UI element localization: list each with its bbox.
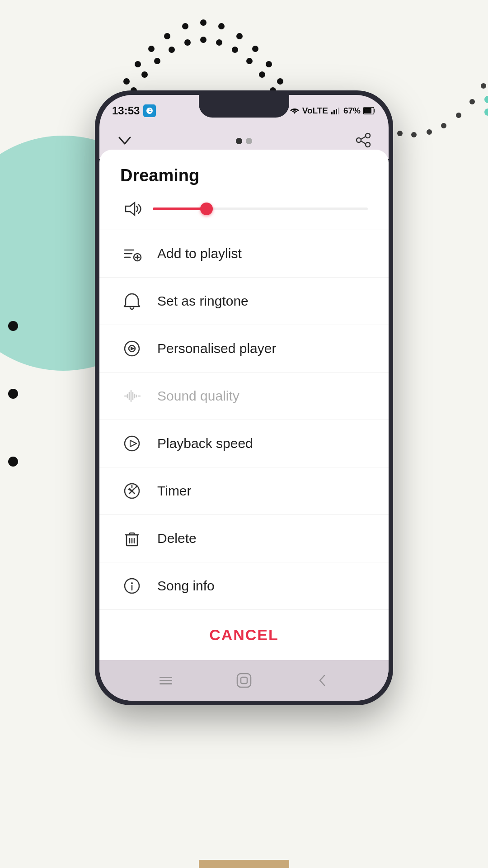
svg-point-25 (259, 71, 265, 78)
svg-point-46 (484, 108, 488, 116)
svg-point-38 (441, 123, 446, 128)
bottom-bar (199, 860, 289, 868)
svg-point-76 (125, 436, 139, 451)
trash-icon (120, 527, 144, 550)
svg-point-4 (236, 33, 243, 39)
svg-point-9 (123, 78, 130, 85)
cancel-label: CANCEL (209, 626, 279, 644)
svg-point-1 (182, 23, 188, 29)
svg-point-45 (484, 96, 488, 103)
nav-home-button[interactable] (233, 669, 255, 692)
svg-point-21 (232, 47, 238, 53)
svg-rect-95 (160, 683, 172, 684)
playback-speed-label: Playback speed (157, 436, 253, 451)
delete-label: Delete (157, 531, 197, 546)
menu-item-add-playlist[interactable]: Add to playlist (99, 230, 389, 277)
status-right: VoLTE 67% (290, 106, 376, 116)
svg-line-80 (136, 486, 136, 488)
nav-menu-button[interactable] (155, 669, 177, 692)
phone-frame: 13:53 VoLTE 67% (95, 90, 393, 705)
bg-dot-2 (8, 389, 18, 399)
wifi-icon (290, 107, 300, 114)
svg-point-53 (366, 133, 370, 138)
svg-point-54 (357, 138, 361, 142)
timer-label: Timer (157, 483, 192, 499)
nav-back-button[interactable] (311, 669, 333, 692)
svg-point-0 (200, 19, 206, 26)
menu-item-delete[interactable]: Delete (99, 514, 389, 562)
svg-point-17 (200, 37, 206, 43)
svg-point-3 (164, 33, 170, 39)
svg-point-6 (252, 46, 258, 52)
svg-rect-50 (338, 108, 339, 114)
battery-icon (363, 107, 376, 114)
svg-rect-47 (331, 112, 333, 114)
info-circle-icon (120, 574, 144, 598)
svg-point-39 (427, 129, 432, 135)
svg-point-19 (216, 39, 222, 46)
personalised-player-icon (120, 337, 144, 360)
sheet-song-title: Dreaming (99, 150, 389, 193)
collapse-button[interactable] (116, 131, 134, 151)
volume-fill (153, 208, 206, 210)
svg-point-24 (141, 71, 148, 78)
volume-thumb[interactable] (200, 203, 213, 215)
svg-point-18 (184, 39, 191, 46)
svg-point-10 (277, 78, 283, 85)
svg-line-56 (361, 137, 366, 139)
status-bar: 13:53 VoLTE 67% (99, 95, 389, 122)
svg-point-20 (169, 47, 175, 53)
menu-item-sound-quality: Sound quality (99, 372, 389, 420)
volume-row (99, 193, 389, 230)
svg-marker-77 (130, 440, 136, 447)
svg-rect-48 (333, 110, 335, 114)
battery-level: 67% (343, 106, 361, 116)
menu-item-personalised[interactable]: Personalised player (99, 325, 389, 372)
menu-item-ringtone[interactable]: Set as ringtone (99, 277, 389, 325)
volume-track[interactable] (153, 208, 368, 210)
menu-item-playback-speed[interactable]: Playback speed (99, 420, 389, 467)
waveform-icon (120, 384, 144, 408)
svg-point-2 (218, 23, 225, 29)
svg-line-57 (361, 141, 366, 144)
phone-inner: 13:53 VoLTE 67% (99, 95, 389, 701)
music-app-icon (143, 104, 156, 117)
svg-rect-52 (364, 108, 371, 113)
add-playlist-label: Add to playlist (157, 246, 242, 261)
svg-point-7 (135, 61, 141, 67)
bg-dot-1 (8, 321, 18, 331)
svg-rect-96 (237, 674, 251, 687)
svg-rect-49 (336, 109, 337, 114)
share-button[interactable] (354, 131, 372, 151)
menu-item-timer[interactable]: Timer (99, 467, 389, 514)
svg-point-5 (148, 46, 155, 52)
bg-dot-3 (8, 457, 18, 467)
context-sheet: Dreaming (99, 150, 389, 660)
svg-rect-97 (241, 677, 247, 684)
bell-icon (120, 289, 144, 313)
svg-rect-93 (160, 677, 172, 678)
svg-point-22 (154, 58, 160, 64)
playback-speed-icon (120, 432, 144, 455)
svg-point-40 (411, 132, 417, 137)
volume-icon (120, 197, 144, 221)
ringtone-label: Set as ringtone (157, 293, 249, 309)
network-type: VoLTE (302, 106, 328, 116)
timer-icon (120, 479, 144, 503)
time-display: 13:53 (112, 104, 140, 117)
sound-quality-label: Sound quality (157, 388, 239, 404)
status-time: 13:53 (112, 104, 156, 117)
svg-point-23 (246, 58, 253, 64)
svg-point-35 (481, 83, 486, 89)
menu-item-song-info[interactable]: Song info (99, 562, 389, 609)
svg-point-37 (456, 113, 461, 118)
svg-rect-94 (160, 680, 172, 681)
svg-marker-58 (126, 203, 135, 215)
playlist-add-icon (120, 242, 144, 265)
svg-point-8 (266, 61, 272, 67)
signal-icon (331, 107, 341, 114)
song-info-label: Song info (157, 578, 215, 594)
svg-point-91 (131, 582, 133, 584)
svg-point-36 (469, 99, 475, 104)
cancel-button[interactable]: CANCEL (99, 609, 389, 660)
